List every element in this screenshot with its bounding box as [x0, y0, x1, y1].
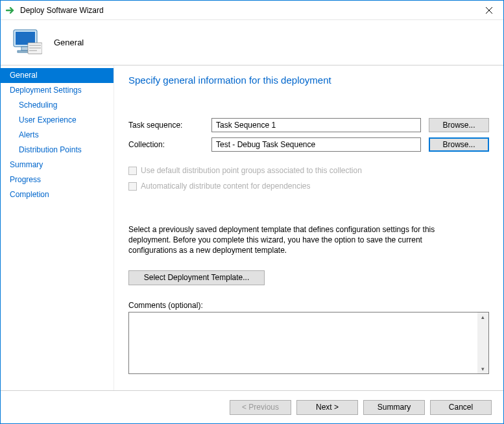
collection-row: Collection: Test - Debug Task Sequence B…: [128, 137, 489, 152]
sidebar-item-alerts[interactable]: Alerts: [1, 128, 114, 143]
scrollbar[interactable]: ▴ ▾: [477, 312, 488, 373]
close-button[interactable]: [474, 1, 503, 19]
checkbox-icon: [128, 167, 137, 175]
help-text: Select a previously saved deployment tem…: [128, 224, 459, 256]
sidebar-item-user-experience[interactable]: User Experience: [1, 113, 114, 128]
browse-collection-button[interactable]: Browse...: [429, 137, 489, 152]
comments-textarea[interactable]: [129, 312, 477, 373]
comments-wrap: ▴ ▾: [128, 312, 489, 374]
sidebar-item-completion[interactable]: Completion: [1, 187, 114, 202]
sidebar-item-label: General: [10, 71, 38, 80]
svg-rect-7: [29, 50, 37, 51]
checkbox-default-dp: Use default distribution point groups as…: [128, 166, 489, 175]
previous-button[interactable]: < Previous: [230, 400, 291, 415]
header-title: General: [54, 38, 84, 47]
sidebar-item-label: Scheduling: [19, 100, 57, 110]
scroll-up-icon: ▴: [481, 314, 485, 320]
browse-task-sequence-button[interactable]: Browse...: [429, 118, 489, 132]
sidebar-item-label: Deployment Settings: [10, 86, 82, 95]
task-sequence-label: Task sequence:: [128, 121, 211, 130]
next-button[interactable]: Next >: [296, 400, 358, 415]
cancel-button[interactable]: Cancel: [430, 400, 492, 415]
sidebar-item-scheduling[interactable]: Scheduling: [1, 98, 114, 113]
titlebar: Deploy Software Wizard: [1, 1, 503, 20]
sidebar-item-label: Distribution Points: [19, 145, 82, 154]
svg-rect-5: [29, 45, 41, 46]
sidebar-item-label: Summary: [10, 160, 43, 169]
sidebar-item-label: Alerts: [19, 130, 39, 139]
svg-rect-6: [29, 47, 41, 49]
scroll-down-icon: ▾: [481, 366, 485, 372]
task-sequence-row: Task sequence: Task Sequence 1 Browse...: [128, 118, 489, 132]
checkbox-icon: [128, 182, 137, 191]
sidebar-item-deployment-settings[interactable]: Deployment Settings: [1, 83, 114, 98]
sidebar-item-label: User Experience: [19, 115, 77, 124]
summary-button[interactable]: Summary: [363, 400, 425, 415]
sidebar-item-label: Completion: [10, 190, 49, 199]
wizard-window: Deploy Software Wizard General: [0, 0, 504, 424]
task-sequence-input[interactable]: Task Sequence 1: [211, 118, 421, 132]
wizard-footer: < Previous Next > Summary Cancel: [1, 391, 503, 423]
collection-label: Collection:: [128, 140, 211, 149]
monitor-icon: [10, 27, 42, 58]
checkbox-label: Automatically distribute content for dep…: [141, 182, 311, 191]
sidebar-item-distribution-points[interactable]: Distribution Points: [1, 143, 114, 158]
checkbox-label: Use default distribution point groups as…: [141, 166, 362, 175]
wizard-header: General: [1, 20, 503, 65]
sidebar-item-summary[interactable]: Summary: [1, 158, 114, 172]
sidebar: General Deployment Settings Scheduling U…: [1, 65, 114, 390]
select-deployment-template-button[interactable]: Select Deployment Template...: [128, 270, 265, 285]
sidebar-item-label: Progress: [10, 175, 41, 184]
sidebar-item-general[interactable]: General: [1, 68, 114, 83]
checkbox-auto-distribute: Automatically distribute content for dep…: [128, 182, 489, 191]
page-heading: Specify general information for this dep…: [128, 75, 489, 86]
comments-label: Comments (optional):: [128, 301, 489, 310]
content-pane: Specify general information for this dep…: [114, 65, 503, 390]
window-title: Deploy Software Wizard: [20, 6, 474, 15]
sidebar-item-progress[interactable]: Progress: [1, 172, 114, 187]
wizard-body: General Deployment Settings Scheduling U…: [1, 65, 503, 391]
collection-input[interactable]: Test - Debug Task Sequence: [211, 137, 421, 152]
app-icon: [6, 5, 16, 16]
